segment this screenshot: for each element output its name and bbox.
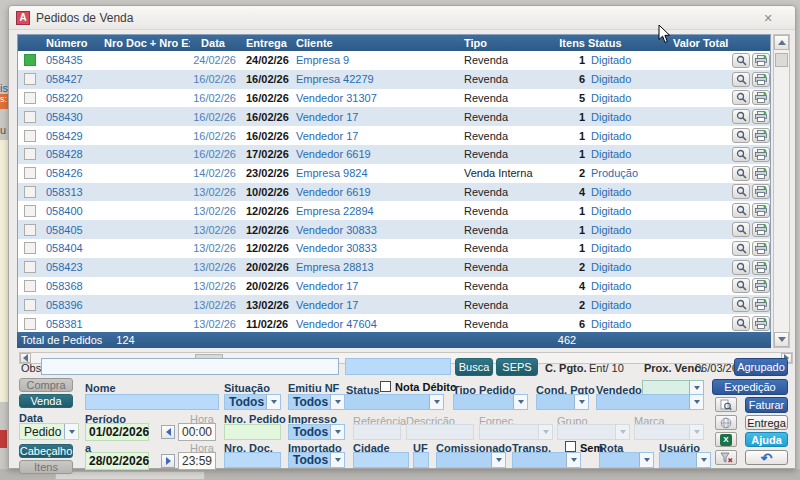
scroll-up-button[interactable]	[774, 35, 789, 50]
header-data[interactable]: Data	[190, 37, 240, 49]
row-print-button[interactable]	[752, 316, 770, 331]
row-view-button[interactable]	[732, 72, 750, 87]
compra-button[interactable]: Compra	[19, 378, 73, 392]
header-cliente[interactable]: Cliente	[294, 37, 462, 49]
row-print-button[interactable]	[752, 147, 770, 162]
row-checkbox[interactable]	[24, 111, 36, 123]
table-row[interactable]: 058427 16/02/26 16/02/26 Empresa 42279 R…	[18, 70, 770, 89]
row-print-button[interactable]	[752, 90, 770, 105]
nota-debito-checkbox[interactable]	[380, 381, 391, 392]
row-checkbox[interactable]	[24, 92, 36, 104]
itens-button[interactable]: Itens	[19, 460, 73, 474]
row-print-button[interactable]	[752, 203, 770, 218]
header-entrega[interactable]: Entrega	[240, 37, 294, 49]
next-period-button[interactable]	[161, 454, 175, 468]
obs-input[interactable]	[41, 358, 339, 375]
row-checkbox[interactable]	[24, 186, 36, 198]
row-checkbox[interactable]	[24, 299, 36, 311]
row-view-button[interactable]	[732, 53, 750, 68]
entrega-button[interactable]: Entrega	[745, 415, 788, 430]
nome-input[interactable]	[85, 394, 219, 410]
row-checkbox[interactable]	[24, 261, 36, 273]
row-view-button[interactable]	[732, 297, 750, 312]
uf-input[interactable]	[413, 452, 429, 468]
agrupado-button[interactable]: Agrupado	[734, 358, 788, 376]
row-view-button[interactable]	[732, 128, 750, 143]
header-status[interactable]: Status	[588, 37, 661, 49]
tipo-pedido-select[interactable]	[453, 394, 528, 410]
table-row[interactable]: 058404 13/02/26 12/02/26 Vendedor 30833 …	[18, 239, 770, 258]
vendedor-select[interactable]	[596, 394, 704, 410]
row-print-button[interactable]	[752, 222, 770, 237]
header-valor-total[interactable]: Valor Total	[661, 37, 730, 49]
row-checkbox[interactable]	[24, 224, 36, 236]
header-itens[interactable]: Itens	[558, 37, 588, 49]
row-view-button[interactable]	[732, 260, 750, 275]
transp-select[interactable]	[512, 452, 581, 468]
table-row[interactable]: 058423 13/02/26 20/02/26 Empresa 28813 R…	[18, 258, 770, 277]
vertical-scrollbar-thumb[interactable]	[775, 53, 788, 67]
table-row[interactable]: 058430 16/02/26 16/02/26 Vendedor 17 Rev…	[18, 107, 770, 126]
row-print-button[interactable]	[752, 184, 770, 199]
cabecalho-button[interactable]: Cabeçalho	[19, 444, 73, 458]
data-tipo-select[interactable]: Pedido	[19, 423, 79, 440]
vendedor-mini-select[interactable]	[642, 380, 704, 395]
header-numero[interactable]: Número	[44, 37, 102, 49]
prev-period-button[interactable]	[161, 425, 175, 439]
rota-select[interactable]	[599, 452, 654, 468]
search-aux-input[interactable]	[345, 358, 451, 375]
table-row[interactable]: 058313 13/02/26 10/02/26 Vendedor 6619 R…	[18, 183, 770, 202]
sem-checkbox[interactable]	[565, 441, 576, 452]
cond-pgto-select[interactable]	[536, 394, 589, 410]
cidade-input[interactable]	[353, 452, 409, 468]
hora-de-input[interactable]: 00:00	[178, 423, 216, 441]
row-checkbox[interactable]	[24, 148, 36, 160]
venda-button[interactable]: Venda	[19, 394, 73, 408]
preview-button[interactable]	[715, 397, 737, 412]
row-print-button[interactable]	[752, 241, 770, 256]
row-view-button[interactable]	[732, 278, 750, 293]
row-print-button[interactable]	[752, 260, 770, 275]
table-row[interactable]: 058428 16/02/26 17/02/26 Vendedor 6619 R…	[18, 145, 770, 164]
periodo-ate-input[interactable]: 28/02/2026	[85, 452, 149, 470]
hora-ate-input[interactable]: 23:59	[178, 452, 216, 470]
table-row[interactable]: 058435 24/02/26 24/02/26 Empresa 9 Reven…	[18, 51, 770, 70]
row-checkbox[interactable]	[24, 167, 36, 179]
row-view-button[interactable]	[732, 316, 750, 331]
undo-button[interactable]: ↶	[745, 450, 788, 465]
table-row[interactable]: 058220 16/02/26 16/02/26 Vendedor 31307 …	[18, 89, 770, 108]
row-checkbox[interactable]	[24, 318, 36, 330]
usuario-select[interactable]	[659, 452, 711, 468]
impresso-select[interactable]: Todos	[288, 424, 345, 440]
header-nro-doc[interactable]: Nro Doc + Nro Ext.	[102, 37, 190, 49]
row-view-button[interactable]	[732, 147, 750, 162]
faturar-button[interactable]: Faturar	[745, 397, 788, 413]
row-view-button[interactable]	[732, 90, 750, 105]
row-checkbox[interactable]	[24, 280, 36, 292]
row-checkbox[interactable]	[24, 242, 36, 254]
table-row[interactable]: 058381 13/02/26 11/02/26 Vendedor 47604 …	[18, 314, 770, 333]
vertical-scrollbar[interactable]	[773, 34, 790, 348]
table-row[interactable]: 058429 16/02/26 16/02/26 Vendedor 17 Rev…	[18, 126, 770, 145]
row-print-button[interactable]	[752, 72, 770, 87]
row-checkbox[interactable]	[24, 130, 36, 142]
comissionado-select[interactable]	[436, 452, 506, 468]
row-checkbox[interactable]	[24, 205, 36, 217]
header-tipo[interactable]: Tipo	[462, 37, 558, 49]
table-row[interactable]: 058400 13/02/26 12/02/26 Empresa 22894 R…	[18, 201, 770, 220]
row-print-button[interactable]	[752, 297, 770, 312]
periodo-de-input[interactable]: 01/02/2026	[85, 423, 149, 441]
busca-button[interactable]: Busca	[455, 358, 493, 376]
scroll-down-button[interactable]	[774, 332, 789, 347]
globe-button[interactable]	[715, 415, 737, 430]
nro-pedido-input[interactable]	[224, 424, 281, 440]
row-print-button[interactable]	[752, 109, 770, 124]
row-print-button[interactable]	[752, 166, 770, 181]
expedicao-button[interactable]: Expedição	[712, 379, 788, 395]
status-select[interactable]	[344, 394, 444, 410]
nro-doc-input[interactable]	[224, 452, 281, 468]
excel-button[interactable]: X	[715, 432, 737, 447]
table-row[interactable]: 058396 13/02/26 13/02/26 Vendedor 17 Rev…	[18, 295, 770, 314]
table-row[interactable]: 058426 14/02/26 23/02/26 Empresa 9824 Ve…	[18, 164, 770, 183]
row-print-button[interactable]	[752, 53, 770, 68]
